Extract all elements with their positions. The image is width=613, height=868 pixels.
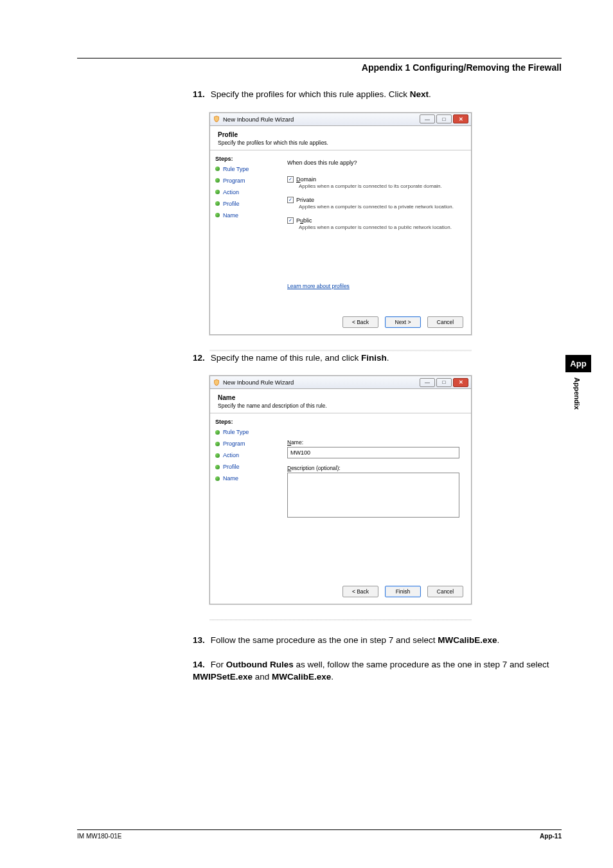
rule-description-input[interactable] — [287, 473, 459, 518]
step-label: Action — [223, 189, 239, 195]
cancel-button[interactable]: Cancel — [427, 316, 463, 328]
step-label: Name — [223, 475, 238, 482]
wizard-step-profile[interactable]: Profile — [215, 201, 276, 207]
bullet-icon — [215, 167, 220, 171]
instruction-step-11: 11. Specify the profiles for which this … — [193, 88, 553, 101]
option-desc: Applies when a computer is connected to … — [299, 183, 459, 189]
bullet-icon — [215, 430, 220, 435]
step-number: 11. — [193, 88, 208, 101]
step-label: Profile — [223, 464, 240, 470]
footer-right: App-11 — [540, 833, 562, 840]
minimize-button[interactable]: — — [420, 114, 435, 123]
option-label: Public — [296, 217, 312, 224]
step-text: as well, follow the same procedure as th… — [294, 660, 549, 669]
checkbox-icon[interactable]: ✓ — [287, 217, 294, 224]
page-footer: IM MW180-01E App-11 — [77, 829, 562, 840]
bullet-icon — [215, 453, 220, 458]
description-field-label: Description (optional): — [287, 465, 459, 471]
step-text: and — [253, 672, 272, 682]
dialog-section-name: Name — [218, 394, 463, 401]
bullet-icon — [215, 442, 220, 446]
step-label: Rule Type — [223, 166, 249, 172]
instruction-step-14: 14. For Outbound Rules as well, follow t… — [193, 658, 553, 683]
instruction-step-13: 13. Follow the same procedure as the one… — [193, 634, 553, 647]
bullet-icon — [215, 476, 220, 481]
profile-option-public[interactable]: ✓Public Applies when a computer is conne… — [287, 217, 459, 230]
option-desc: Applies when a computer is connected to … — [299, 204, 459, 210]
shield-icon — [213, 379, 220, 386]
option-desc: Applies when a computer is connected to … — [299, 224, 459, 230]
dialog-titlebar[interactable]: New Inbound Rule Wizard — □ ✕ — [210, 376, 471, 389]
side-tab-appendix: Appendix — [565, 372, 581, 410]
wizard-step-action[interactable]: Action — [215, 189, 276, 195]
next-button[interactable]: Next > — [385, 316, 421, 328]
profile-option-private[interactable]: ✓Private Applies when a computer is conn… — [287, 197, 459, 210]
step-text: . — [497, 635, 500, 645]
step-label: Program — [223, 177, 245, 184]
bullet-icon — [215, 178, 220, 183]
wizard-step-name[interactable]: Name — [215, 212, 276, 219]
wizard-steps-panel: Steps: Rule Type Program Action Profile … — [210, 413, 281, 581]
learn-more-link[interactable]: Learn more about profiles — [287, 283, 350, 289]
wizard-step-profile[interactable]: Profile — [215, 464, 276, 470]
minimize-button[interactable]: — — [420, 378, 435, 387]
step-number: 12. — [193, 352, 208, 365]
side-tab: App Appendix — [565, 355, 591, 410]
side-tab-app: App — [565, 355, 591, 372]
bullet-icon — [215, 190, 220, 194]
dialog-title: New Inbound Rule Wizard — [223, 379, 420, 386]
name-field-label: Name: — [287, 439, 459, 446]
maximize-button[interactable]: □ — [436, 114, 452, 123]
step-text: Specify the profiles for which this rule… — [211, 89, 410, 99]
footer-left: IM MW180-01E — [77, 833, 121, 840]
bullet-icon — [215, 201, 220, 206]
dialog-title: New Inbound Rule Wizard — [223, 116, 420, 123]
option-label: Domain — [296, 176, 316, 183]
wizard-step-program[interactable]: Program — [215, 440, 276, 447]
wizard-step-name[interactable]: Name — [215, 475, 276, 482]
dialog-titlebar[interactable]: New Inbound Rule Wizard — □ ✕ — [210, 113, 471, 126]
maximize-button[interactable]: □ — [436, 378, 452, 387]
step-bold: Finish — [361, 353, 387, 363]
step-bold: Outbound Rules — [226, 660, 294, 669]
steps-header: Steps: — [215, 419, 276, 425]
wizard-step-rule-type[interactable]: Rule Type — [215, 429, 276, 435]
step-label: Program — [223, 440, 245, 447]
wizard-dialog-profile: New Inbound Rule Wizard — □ ✕ Profile Sp… — [209, 113, 472, 335]
step-text: Specify the name of this rule, and click — [211, 353, 361, 363]
profile-option-domain[interactable]: ✓Domain Applies when a computer is conne… — [287, 176, 459, 189]
step-bold: Next — [410, 89, 429, 99]
step-number: 14. — [193, 658, 208, 671]
step-number: 13. — [193, 634, 208, 647]
step-label: Rule Type — [223, 429, 249, 435]
bullet-icon — [215, 465, 220, 469]
back-button[interactable]: < Back — [342, 316, 378, 328]
finish-button[interactable]: Finish — [385, 586, 421, 597]
wizard-dialog-name: New Inbound Rule Wizard — □ ✕ Name Speci… — [209, 375, 472, 604]
option-label: Private — [296, 197, 314, 203]
shield-icon — [213, 115, 220, 123]
back-button[interactable]: < Back — [342, 586, 378, 597]
dialog-section-desc: Specify the profiles for which this rule… — [218, 140, 463, 146]
step-text: . — [331, 672, 333, 682]
rule-name-input[interactable] — [287, 447, 459, 458]
cancel-button[interactable]: Cancel — [427, 586, 463, 597]
wizard-steps-panel: Steps: Rule Type Program Action Profile … — [210, 150, 281, 311]
step-bold: MWIPSetE.exe — [193, 672, 253, 682]
step-bold: MWCalibE.exe — [272, 672, 331, 682]
steps-header: Steps: — [215, 156, 276, 162]
dialog-section-desc: Specify the name and description of this… — [218, 402, 463, 409]
wizard-step-action[interactable]: Action — [215, 452, 276, 458]
checkbox-icon[interactable]: ✓ — [287, 176, 294, 183]
dialog-section-name: Profile — [218, 131, 463, 138]
profile-question: When does this rule apply? — [287, 159, 459, 166]
close-button[interactable]: ✕ — [453, 378, 468, 387]
close-button[interactable]: ✕ — [453, 114, 468, 123]
bullet-icon — [215, 213, 220, 217]
wizard-step-program[interactable]: Program — [215, 177, 276, 184]
step-label: Action — [223, 452, 239, 458]
checkbox-icon[interactable]: ✓ — [287, 197, 294, 203]
wizard-step-rule-type[interactable]: Rule Type — [215, 166, 276, 172]
step-text: For — [211, 660, 226, 669]
step-label: Profile — [223, 201, 240, 207]
